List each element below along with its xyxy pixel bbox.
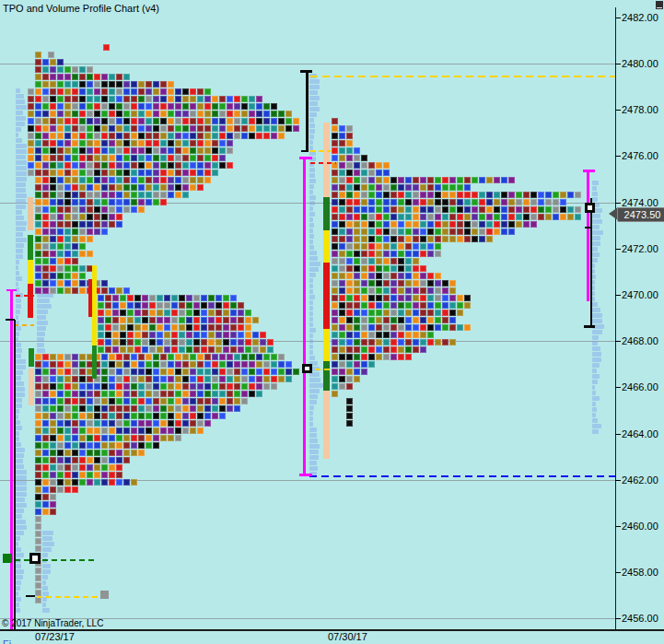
tpo-cell xyxy=(57,464,64,471)
price-label[interactable]: 2476.00 xyxy=(622,150,658,161)
low-ref-blue-line xyxy=(309,475,615,477)
tpo-cell xyxy=(390,324,397,331)
volume-histogram-bar xyxy=(592,214,600,218)
tpo-cell xyxy=(332,265,338,272)
tpo-cell xyxy=(479,236,485,242)
tpo-cell xyxy=(234,398,240,404)
price-label[interactable]: 2462.00 xyxy=(622,474,658,486)
price-label[interactable]: 2472.00 xyxy=(622,243,658,254)
tpo-cell xyxy=(79,236,86,242)
tpo-cell xyxy=(101,140,108,146)
tpo-cell xyxy=(87,184,93,191)
volume-histogram-bar xyxy=(16,381,24,386)
volume-histogram-bar xyxy=(16,138,22,143)
tpo-cell xyxy=(256,133,262,139)
tpo-cell xyxy=(35,590,41,596)
tpo-cell xyxy=(420,199,426,205)
tpo-cell xyxy=(175,398,181,404)
tpo-cell xyxy=(109,88,115,95)
tpo-cell xyxy=(35,383,41,390)
tpo-cell xyxy=(94,405,100,412)
tpo-cell xyxy=(35,66,41,73)
tpo-cell xyxy=(332,302,338,309)
tpo-cell xyxy=(390,221,397,228)
volume-histogram-bar xyxy=(592,297,595,301)
price-label[interactable]: 2456.00 xyxy=(622,613,658,624)
tpo-cell xyxy=(405,228,412,235)
tpo-cell xyxy=(57,486,64,493)
volume-histogram-bar xyxy=(309,112,317,117)
tpo-cell xyxy=(72,118,78,124)
tpo-cell xyxy=(35,96,41,102)
tpo-cell xyxy=(153,162,159,169)
tpo-cell xyxy=(120,346,126,353)
tpo-cell xyxy=(241,391,248,397)
tpo-cell xyxy=(116,479,122,486)
tpo-cell xyxy=(149,324,156,331)
tpo-cell xyxy=(35,184,41,191)
tpo-cell xyxy=(168,155,174,161)
time-axis-line[interactable] xyxy=(0,629,664,631)
price-axis-line[interactable] xyxy=(615,7,616,629)
tpo-cell xyxy=(204,96,211,102)
tpo-cell xyxy=(464,236,471,242)
tpo-cell xyxy=(278,361,285,368)
volume-histogram-bar xyxy=(592,429,599,434)
price-label[interactable]: 2468.00 xyxy=(622,335,658,346)
volume-histogram-bar xyxy=(16,166,27,170)
price-label[interactable]: 2482.00 xyxy=(622,12,658,23)
tpo-cell xyxy=(249,369,255,375)
tpo-cell xyxy=(160,427,167,434)
tpo-cell xyxy=(146,177,152,183)
tpo-cell xyxy=(72,486,78,493)
tpo-cell xyxy=(42,140,49,146)
tpo-cell xyxy=(50,464,56,471)
price-label[interactable]: 2458.00 xyxy=(622,567,658,578)
tpo-cell xyxy=(479,199,485,205)
volume-histogram-bar xyxy=(16,133,18,137)
volume-histogram-bar xyxy=(309,123,315,128)
price-tick xyxy=(615,480,621,481)
tpo-cell xyxy=(427,192,434,198)
price-label[interactable]: 2470.00 xyxy=(622,289,658,300)
tpo-cell xyxy=(109,155,115,161)
window-icon[interactable] xyxy=(656,1,663,9)
tpo-cell xyxy=(28,133,34,139)
tpo-cell xyxy=(138,162,145,169)
price-label[interactable]: 2464.00 xyxy=(622,428,658,439)
price-label[interactable]: 2480.00 xyxy=(622,58,658,69)
volume-histogram-bar xyxy=(309,90,318,95)
tpo-cell xyxy=(249,391,255,397)
tpo-cell xyxy=(123,155,130,161)
tpo-cell xyxy=(42,88,49,95)
price-label[interactable]: 2478.00 xyxy=(622,104,658,115)
tpo-cell xyxy=(64,265,71,272)
tpo-cell xyxy=(79,405,86,412)
tpo-cell xyxy=(204,361,211,368)
tpo-cell xyxy=(223,317,229,323)
value-area-mid-line xyxy=(303,158,306,475)
tpo-cell xyxy=(87,251,93,257)
tpo-cell xyxy=(278,376,285,382)
tpo-cell xyxy=(346,369,353,375)
volume-histogram-bar xyxy=(592,252,600,257)
tpo-cell xyxy=(339,177,345,183)
tpo-cell xyxy=(405,177,412,183)
tpo-cell xyxy=(101,442,108,449)
tpo-cell xyxy=(153,427,159,434)
tpo-cell xyxy=(230,324,237,331)
price-label[interactable]: 2460.00 xyxy=(622,521,658,532)
chart-plot-area[interactable]: 2482.002480.002478.002476.002474.002472.… xyxy=(0,0,664,644)
tpo-cell xyxy=(234,96,240,102)
tpo-chart-window[interactable]: 2482.002480.002478.002476.002474.002472.… xyxy=(0,0,664,644)
tpo-cell xyxy=(346,125,353,132)
tpo-cell xyxy=(575,206,581,213)
tpo-cell xyxy=(332,332,338,338)
tpo-cell xyxy=(523,221,530,228)
tpo-cell xyxy=(120,324,126,331)
price-label[interactable]: 2466.00 xyxy=(622,381,658,392)
tpo-cell xyxy=(212,111,218,117)
tpo-cell xyxy=(413,206,419,213)
tpo-cell xyxy=(35,243,41,250)
tpo-cell xyxy=(494,214,500,220)
